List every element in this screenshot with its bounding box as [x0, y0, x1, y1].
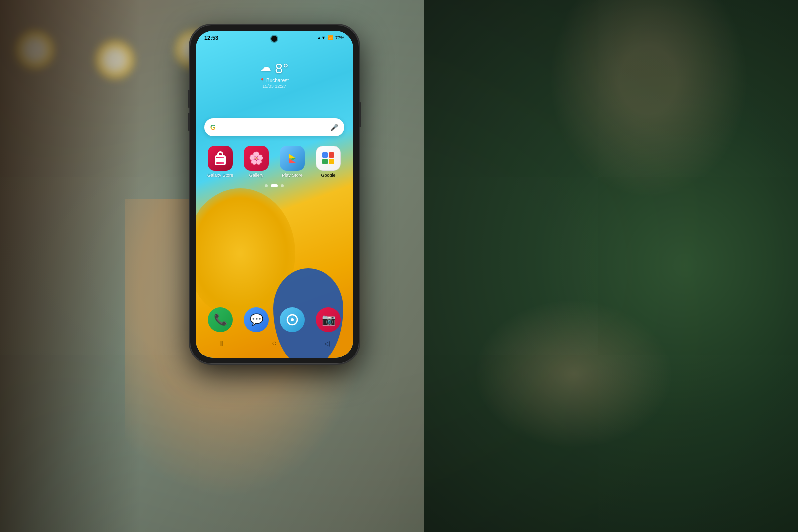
phone-call-icon: 📞 — [214, 313, 227, 326]
background-scene — [0, 0, 798, 532]
gallery-icon: 🌸 — [244, 146, 269, 171]
google-icon — [316, 146, 341, 171]
status-time: 12:53 — [204, 35, 218, 41]
dock-messages-app[interactable]: 💬 — [244, 307, 269, 332]
app-gallery[interactable]: 🌸 Gallery — [241, 146, 271, 178]
recents-icon: ||| — [220, 340, 223, 346]
volume-down-button[interactable] — [188, 113, 190, 131]
nav-back-button[interactable]: ◁ — [320, 336, 334, 350]
home-icon: ○ — [272, 339, 277, 348]
volume-up-button[interactable] — [188, 90, 190, 108]
flower-icon: 🌸 — [249, 151, 264, 165]
weather-date: 15/03 12:27 — [262, 84, 286, 89]
back-icon: ◁ — [324, 339, 330, 347]
play-store-label: Play Store — [282, 173, 303, 178]
bag-handle — [217, 151, 223, 155]
weather-temperature: ☁ 8° — [260, 61, 289, 77]
dock-samsung-pay-app[interactable] — [280, 307, 305, 332]
messages-icon: 💬 — [250, 313, 263, 326]
app-galaxy-store[interactable]: Galaxy Store — [205, 146, 235, 178]
weather-location: 📍 Bucharest — [260, 78, 289, 83]
location-pin-icon: 📍 — [260, 78, 265, 83]
app-google[interactable]: Google — [313, 146, 343, 178]
front-camera — [271, 36, 277, 42]
camera-icon: 📷 — [322, 313, 335, 326]
page-dot-3 — [281, 184, 284, 187]
weather-icon: ☁ — [260, 61, 271, 74]
google-cell-3 — [322, 159, 328, 164]
app-icons-row: Galaxy Store 🌸 Gallery — [202, 146, 346, 178]
google-cell-1 — [322, 152, 328, 158]
dock-phone-app[interactable]: 📞 — [208, 307, 233, 332]
mic-icon[interactable]: 🎤 — [330, 124, 338, 131]
nav-recents-button[interactable]: ||| — [215, 336, 229, 350]
status-icons: ▲▼ 📶 77% — [317, 35, 344, 40]
play-store-icon — [280, 146, 305, 171]
weather-widget[interactable]: ☁ 8° 📍 Bucharest 15/03 12:27 — [196, 61, 353, 89]
google-apps-grid — [321, 151, 335, 165]
page-indicator-dots — [196, 184, 353, 187]
page-dot-2 — [271, 184, 278, 187]
vignette-overlay — [0, 0, 798, 532]
gallery-label: Gallery — [249, 173, 264, 178]
galaxy-store-icon — [208, 146, 233, 171]
phone-device: 12:53 ▲▼ 📶 77% ☁ 8° 📍 Bucharest 15/03 12… — [190, 25, 359, 364]
galaxy-store-label: Galaxy Store — [207, 173, 233, 178]
play-triangle-svg — [286, 152, 298, 164]
bag-stripe — [216, 157, 224, 158]
signal-icon: 📶 — [328, 35, 333, 40]
app-dock: 📞 💬 📷 — [202, 307, 346, 332]
bag-stripe-2 — [216, 162, 224, 164]
power-button[interactable] — [359, 102, 361, 127]
bag-icon — [213, 151, 227, 165]
location-name: Bucharest — [266, 78, 289, 83]
google-g-logo: G — [210, 123, 216, 131]
google-label: Google — [321, 173, 335, 178]
temperature-value: 8° — [275, 61, 289, 77]
navigation-bar: ||| ○ ◁ — [196, 334, 353, 352]
google-cell-2 — [329, 152, 334, 158]
dock-camera-app[interactable]: 📷 — [316, 307, 341, 332]
samsung-pay-icon — [286, 313, 299, 326]
google-cell-4 — [329, 159, 334, 164]
page-dot-1 — [265, 184, 268, 187]
phone-screen: 12:53 ▲▼ 📶 77% ☁ 8° 📍 Bucharest 15/03 12… — [196, 31, 353, 358]
network-icon: ▲▼ — [317, 35, 326, 40]
bag-body — [215, 155, 226, 165]
svg-point-1 — [291, 318, 294, 321]
app-play-store[interactable]: Play Store — [277, 146, 307, 178]
battery-icon: 77% — [335, 35, 344, 40]
google-search-bar[interactable]: G 🎤 — [204, 118, 344, 136]
nav-home-button[interactable]: ○ — [267, 336, 281, 350]
